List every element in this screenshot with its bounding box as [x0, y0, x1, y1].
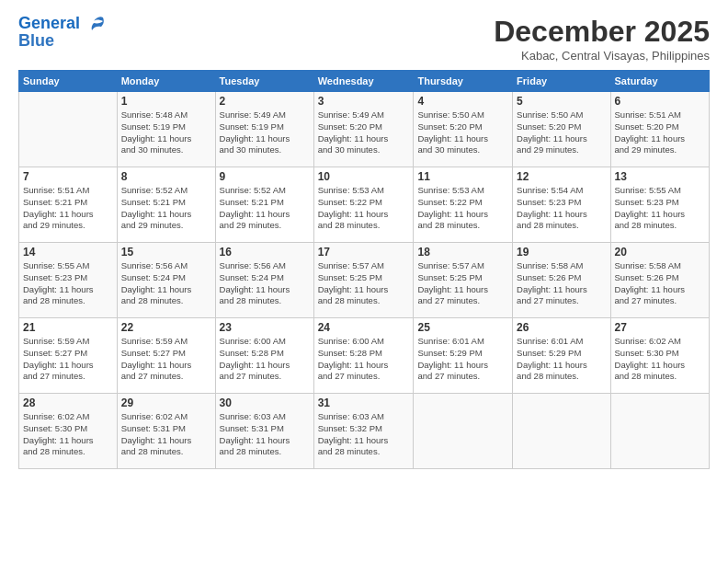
- day-info: Sunrise: 5:54 AMSunset: 5:23 PMDaylight:…: [517, 185, 606, 232]
- day-info: Sunrise: 5:55 AMSunset: 5:23 PMDaylight:…: [23, 260, 113, 307]
- calendar-cell: 16Sunrise: 5:56 AMSunset: 5:24 PMDayligh…: [215, 243, 313, 318]
- calendar-header-row: SundayMondayTuesdayWednesdayThursdayFrid…: [19, 71, 710, 92]
- day-info: Sunrise: 5:50 AMSunset: 5:20 PMDaylight:…: [417, 109, 508, 156]
- week-row-4: 21Sunrise: 5:59 AMSunset: 5:27 PMDayligh…: [19, 318, 710, 394]
- calendar-cell: 5Sunrise: 5:50 AMSunset: 5:20 PMDaylight…: [513, 92, 610, 167]
- day-info: Sunrise: 5:52 AMSunset: 5:21 PMDaylight:…: [121, 185, 211, 232]
- calendar-cell: 10Sunrise: 5:53 AMSunset: 5:22 PMDayligh…: [313, 167, 414, 243]
- day-info: Sunrise: 5:57 AMSunset: 5:25 PMDaylight:…: [417, 260, 508, 307]
- day-info: Sunrise: 5:59 AMSunset: 5:27 PMDaylight:…: [121, 336, 211, 383]
- day-number: 8: [121, 170, 211, 183]
- day-info: Sunrise: 5:52 AMSunset: 5:21 PMDaylight:…: [220, 185, 310, 232]
- col-header-wednesday: Wednesday: [313, 71, 414, 92]
- calendar-cell: 13Sunrise: 5:55 AMSunset: 5:23 PMDayligh…: [610, 167, 709, 243]
- day-info: Sunrise: 5:53 AMSunset: 5:22 PMDaylight:…: [417, 185, 508, 232]
- calendar-cell: 14Sunrise: 5:55 AMSunset: 5:23 PMDayligh…: [19, 243, 118, 318]
- calendar-cell: 15Sunrise: 5:56 AMSunset: 5:24 PMDayligh…: [117, 243, 215, 318]
- calendar-cell: 21Sunrise: 5:59 AMSunset: 5:27 PMDayligh…: [19, 318, 118, 394]
- col-header-thursday: Thursday: [414, 71, 513, 92]
- day-number: 4: [417, 95, 508, 108]
- day-number: 19: [517, 246, 606, 259]
- day-info: Sunrise: 5:56 AMSunset: 5:24 PMDaylight:…: [220, 260, 310, 307]
- day-number: 28: [23, 396, 113, 409]
- day-info: Sunrise: 6:02 AMSunset: 5:30 PMDaylight:…: [615, 336, 705, 383]
- day-number: 15: [121, 246, 211, 259]
- col-header-saturday: Saturday: [610, 71, 709, 92]
- logo-blue: Blue: [18, 31, 107, 51]
- calendar-cell: 8Sunrise: 5:52 AMSunset: 5:21 PMDaylight…: [117, 167, 215, 243]
- day-number: 24: [318, 321, 410, 334]
- page-header: General Blue December 2025 Kabac, Centra…: [18, 15, 710, 63]
- day-info: Sunrise: 5:56 AMSunset: 5:24 PMDaylight:…: [121, 260, 211, 307]
- day-number: 3: [318, 95, 410, 108]
- calendar-cell: 11Sunrise: 5:53 AMSunset: 5:22 PMDayligh…: [414, 167, 513, 243]
- calendar-cell: 28Sunrise: 6:02 AMSunset: 5:30 PMDayligh…: [19, 394, 118, 469]
- day-number: 25: [417, 321, 508, 334]
- calendar-cell: 2Sunrise: 5:49 AMSunset: 5:19 PMDaylight…: [215, 92, 313, 167]
- day-info: Sunrise: 6:01 AMSunset: 5:29 PMDaylight:…: [517, 336, 606, 383]
- day-info: Sunrise: 5:51 AMSunset: 5:21 PMDaylight:…: [23, 185, 113, 232]
- day-number: 6: [615, 95, 705, 108]
- calendar-cell: 12Sunrise: 5:54 AMSunset: 5:23 PMDayligh…: [513, 167, 610, 243]
- day-info: Sunrise: 5:49 AMSunset: 5:20 PMDaylight:…: [318, 109, 410, 156]
- day-info: Sunrise: 5:57 AMSunset: 5:25 PMDaylight:…: [318, 260, 410, 307]
- day-info: Sunrise: 6:02 AMSunset: 5:30 PMDaylight:…: [23, 411, 113, 458]
- day-number: 14: [23, 246, 113, 259]
- calendar-cell: 19Sunrise: 5:58 AMSunset: 5:26 PMDayligh…: [513, 243, 610, 318]
- week-row-1: 1Sunrise: 5:48 AMSunset: 5:19 PMDaylight…: [19, 92, 710, 167]
- calendar-cell: 3Sunrise: 5:49 AMSunset: 5:20 PMDaylight…: [313, 92, 414, 167]
- day-number: 17: [318, 246, 410, 259]
- calendar-cell: 9Sunrise: 5:52 AMSunset: 5:21 PMDaylight…: [215, 167, 313, 243]
- day-info: Sunrise: 6:00 AMSunset: 5:28 PMDaylight:…: [220, 336, 310, 383]
- calendar-cell: 6Sunrise: 5:51 AMSunset: 5:20 PMDaylight…: [610, 92, 709, 167]
- day-info: Sunrise: 5:58 AMSunset: 5:26 PMDaylight:…: [615, 260, 705, 307]
- calendar-cell: 23Sunrise: 6:00 AMSunset: 5:28 PMDayligh…: [215, 318, 313, 394]
- calendar-cell: 26Sunrise: 6:01 AMSunset: 5:29 PMDayligh…: [513, 318, 610, 394]
- calendar-cell: 18Sunrise: 5:57 AMSunset: 5:25 PMDayligh…: [414, 243, 513, 318]
- day-number: 22: [121, 321, 211, 334]
- title-block: December 2025 Kabac, Central Visayas, Ph…: [494, 15, 710, 63]
- day-info: Sunrise: 5:51 AMSunset: 5:20 PMDaylight:…: [615, 109, 705, 156]
- calendar-table: SundayMondayTuesdayWednesdayThursdayFrid…: [18, 70, 710, 469]
- day-number: 21: [23, 321, 113, 334]
- week-row-3: 14Sunrise: 5:55 AMSunset: 5:23 PMDayligh…: [19, 243, 710, 318]
- col-header-sunday: Sunday: [19, 71, 118, 92]
- calendar-cell: 24Sunrise: 6:00 AMSunset: 5:28 PMDayligh…: [313, 318, 414, 394]
- calendar-cell: 29Sunrise: 6:02 AMSunset: 5:31 PMDayligh…: [117, 394, 215, 469]
- day-info: Sunrise: 5:49 AMSunset: 5:19 PMDaylight:…: [220, 109, 310, 156]
- location-subtitle: Kabac, Central Visayas, Philippines: [494, 49, 710, 63]
- logo-bird-icon: [86, 16, 107, 32]
- day-number: 2: [220, 95, 310, 108]
- calendar-cell: 22Sunrise: 5:59 AMSunset: 5:27 PMDayligh…: [117, 318, 215, 394]
- col-header-monday: Monday: [117, 71, 215, 92]
- day-info: Sunrise: 5:50 AMSunset: 5:20 PMDaylight:…: [517, 109, 606, 156]
- day-number: 20: [615, 246, 705, 259]
- day-number: 1: [121, 95, 211, 108]
- col-header-friday: Friday: [513, 71, 610, 92]
- day-number: 29: [121, 396, 211, 409]
- day-info: Sunrise: 5:55 AMSunset: 5:23 PMDaylight:…: [615, 185, 705, 232]
- calendar-cell: [513, 394, 610, 469]
- day-number: 16: [220, 246, 310, 259]
- day-info: Sunrise: 6:02 AMSunset: 5:31 PMDaylight:…: [121, 411, 211, 458]
- logo-general: General: [18, 14, 80, 32]
- day-number: 18: [417, 246, 508, 259]
- calendar-cell: 20Sunrise: 5:58 AMSunset: 5:26 PMDayligh…: [610, 243, 709, 318]
- calendar-cell: [414, 394, 513, 469]
- day-number: 13: [615, 170, 705, 183]
- calendar-cell: [19, 92, 118, 167]
- calendar-cell: 17Sunrise: 5:57 AMSunset: 5:25 PMDayligh…: [313, 243, 414, 318]
- month-year-title: December 2025: [494, 15, 710, 49]
- day-number: 12: [517, 170, 606, 183]
- calendar-cell: 25Sunrise: 6:01 AMSunset: 5:29 PMDayligh…: [414, 318, 513, 394]
- calendar-cell: 7Sunrise: 5:51 AMSunset: 5:21 PMDaylight…: [19, 167, 118, 243]
- week-row-5: 28Sunrise: 6:02 AMSunset: 5:30 PMDayligh…: [19, 394, 710, 469]
- day-number: 11: [417, 170, 508, 183]
- day-info: Sunrise: 5:58 AMSunset: 5:26 PMDaylight:…: [517, 260, 606, 307]
- day-number: 26: [517, 321, 606, 334]
- calendar-cell: 4Sunrise: 5:50 AMSunset: 5:20 PMDaylight…: [414, 92, 513, 167]
- calendar-cell: 30Sunrise: 6:03 AMSunset: 5:31 PMDayligh…: [215, 394, 313, 469]
- calendar-cell: 27Sunrise: 6:02 AMSunset: 5:30 PMDayligh…: [610, 318, 709, 394]
- week-row-2: 7Sunrise: 5:51 AMSunset: 5:21 PMDaylight…: [19, 167, 710, 243]
- day-info: Sunrise: 6:01 AMSunset: 5:29 PMDaylight:…: [417, 336, 508, 383]
